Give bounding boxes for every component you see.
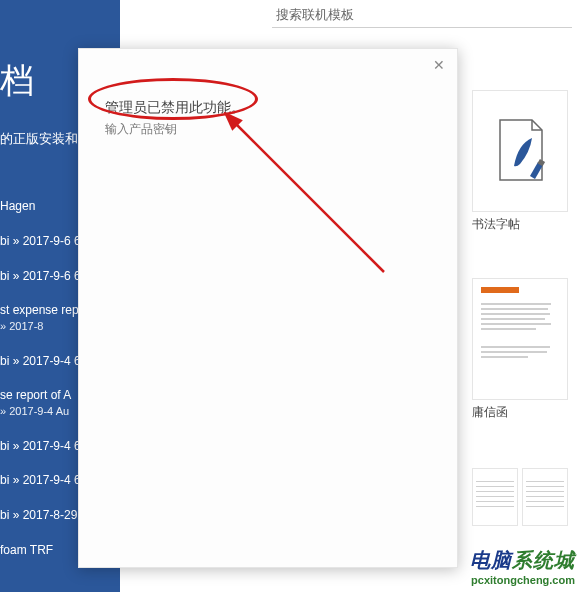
template-letter[interactable] <box>472 278 568 400</box>
search-input[interactable]: 搜索联机模板 <box>272 2 572 28</box>
activation-dialog: ✕ 管理员已禁用此功能。 输入产品密钥 <box>78 48 458 568</box>
template-label: 庸信函 <box>472 404 508 421</box>
template-label: 书法字帖 <box>472 216 520 233</box>
dialog-secondary: 输入产品密钥 <box>105 121 177 138</box>
dialog-message: 管理员已禁用此功能。 <box>105 99 245 117</box>
close-icon[interactable]: ✕ <box>429 55 449 75</box>
pen-page-icon <box>494 118 546 184</box>
template-calligraphy[interactable] <box>472 90 568 212</box>
search-placeholder: 搜索联机模板 <box>276 6 354 24</box>
template-thumb[interactable] <box>522 468 568 526</box>
template-thumb[interactable] <box>472 468 518 526</box>
